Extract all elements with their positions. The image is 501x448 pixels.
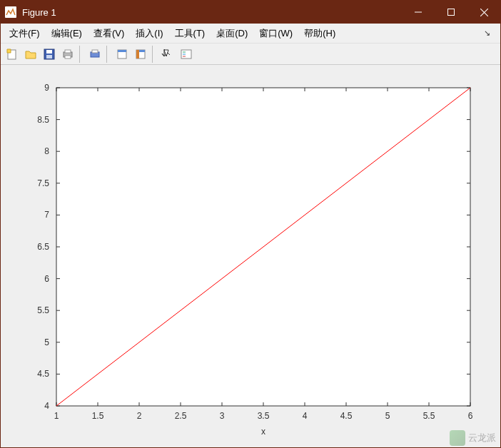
- menu-view[interactable]: 查看(V): [88, 24, 130, 43]
- svg-text:4: 4: [44, 401, 49, 411]
- svg-text:3: 3: [220, 411, 225, 421]
- print-button[interactable]: [59, 46, 76, 63]
- toolbar-separator: [79, 46, 84, 63]
- svg-text:7: 7: [44, 210, 49, 220]
- app-icon: [5, 6, 16, 18]
- svg-text:6: 6: [44, 274, 49, 284]
- open-button[interactable]: [22, 46, 39, 63]
- plot-area[interactable]: 11.522.533.544.555.5644.555.566.577.588.…: [1, 65, 500, 447]
- svg-text:5: 5: [385, 411, 390, 421]
- svg-text:8.5: 8.5: [37, 115, 49, 125]
- window-title: Figure 1: [22, 7, 402, 18]
- menu-edit[interactable]: 编辑(E): [46, 24, 88, 43]
- svg-text:2.5: 2.5: [175, 411, 187, 421]
- svg-text:x: x: [261, 427, 265, 437]
- menu-desktop[interactable]: 桌面(D): [211, 24, 253, 43]
- svg-rect-19: [139, 50, 145, 52]
- dock-arrow-icon[interactable]: ↘: [477, 29, 497, 38]
- svg-rect-14: [92, 50, 98, 53]
- menu-file[interactable]: 文件(F): [4, 24, 46, 43]
- svg-text:9: 9: [44, 83, 49, 93]
- menu-help[interactable]: 帮助(H): [298, 24, 341, 43]
- svg-text:6.5: 6.5: [37, 242, 49, 252]
- toolbar-separator: [106, 46, 111, 63]
- plot-svg: 11.522.533.544.555.5644.555.566.577.588.…: [1, 65, 500, 447]
- svg-text:5.5: 5.5: [37, 305, 49, 315]
- svg-rect-16: [118, 50, 126, 52]
- svg-rect-2: [448, 9, 455, 16]
- link-plot-button[interactable]: [113, 46, 131, 63]
- figure-window: Figure 1 文件(F) 编辑(E) 查看(V) 插入(I) 工具(T) 桌…: [0, 0, 501, 448]
- save-button[interactable]: [41, 46, 58, 63]
- watermark: 云龙派: [450, 430, 496, 446]
- svg-text:1: 1: [54, 411, 59, 421]
- svg-text:4.5: 4.5: [37, 369, 49, 379]
- minimize-button[interactable]: [402, 1, 435, 24]
- titlebar: Figure 1: [1, 1, 500, 24]
- insert-legend-button[interactable]: [178, 46, 195, 63]
- svg-text:3.5: 3.5: [258, 411, 270, 421]
- maximize-button[interactable]: [435, 1, 467, 24]
- close-button[interactable]: [467, 1, 500, 24]
- svg-text:7.5: 7.5: [37, 178, 49, 188]
- menubar: 文件(F) 编辑(E) 查看(V) 插入(I) 工具(T) 桌面(D) 窗口(W…: [1, 24, 500, 44]
- print-preview-button[interactable]: [86, 46, 103, 63]
- svg-text:4: 4: [303, 411, 308, 421]
- svg-rect-0: [5, 6, 16, 18]
- menu-window[interactable]: 窗口(W): [253, 24, 298, 43]
- toolbar: [1, 44, 500, 65]
- svg-text:6: 6: [468, 411, 473, 421]
- svg-text:5.5: 5.5: [423, 411, 435, 421]
- svg-text:5: 5: [44, 337, 49, 347]
- svg-marker-6: [7, 49, 11, 53]
- svg-text:8: 8: [44, 146, 49, 156]
- watermark-text: 云龙派: [468, 432, 496, 444]
- new-figure-button[interactable]: [4, 46, 21, 63]
- svg-text:2: 2: [137, 411, 142, 421]
- svg-rect-9: [46, 55, 52, 58]
- svg-rect-8: [46, 50, 52, 54]
- insert-colorbar-button[interactable]: [132, 46, 149, 63]
- watermark-icon: [450, 430, 465, 446]
- svg-text:1.5: 1.5: [92, 411, 104, 421]
- menu-insert[interactable]: 插入(I): [130, 24, 168, 43]
- svg-rect-18: [136, 50, 139, 58]
- svg-rect-12: [65, 56, 71, 58]
- toolbar-separator: [152, 46, 156, 63]
- edit-plot-button[interactable]: [159, 46, 176, 63]
- svg-rect-11: [65, 50, 71, 53]
- menu-tools[interactable]: 工具(T): [169, 24, 211, 43]
- svg-text:4.5: 4.5: [340, 411, 353, 421]
